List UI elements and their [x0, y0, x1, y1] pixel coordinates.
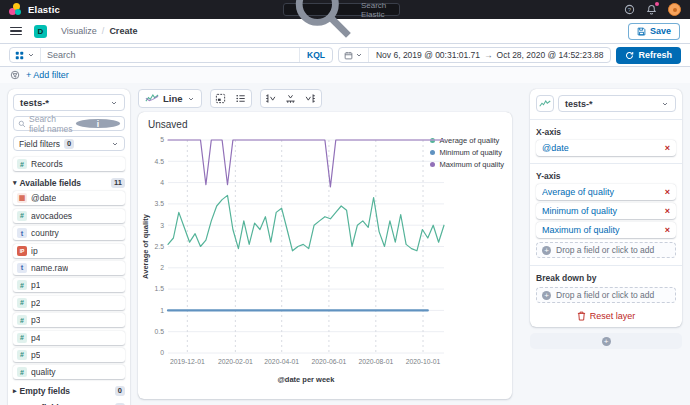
chevron-right-icon: ▸ [13, 387, 17, 395]
filters-icon[interactable] [10, 70, 20, 80]
svg-text:Average of quality: Average of quality [141, 213, 150, 279]
plus-circle-icon: + [542, 291, 551, 300]
field-item-ip[interactable]: IPip [13, 244, 125, 258]
save-icon [637, 27, 646, 36]
number-field-icon: # [17, 280, 27, 290]
remove-dimension-icon[interactable]: × [665, 226, 670, 235]
field-item-avocadoes[interactable]: #avocadoes [13, 209, 125, 223]
menu-hamburger-icon[interactable] [10, 27, 22, 35]
chart-type-button[interactable]: Line [138, 89, 202, 108]
field-name: name.raw [31, 263, 68, 273]
empty-fields-count-badge: 0 [115, 386, 125, 396]
field-item-p4[interactable]: #p4 [13, 331, 125, 345]
plus-circle-icon: + [602, 337, 611, 346]
quick-select-button[interactable] [339, 48, 369, 62]
field-search-input[interactable]: Search field names i [13, 116, 125, 131]
available-fields-count-badge: 11 [111, 178, 125, 188]
remove-dimension-icon[interactable]: × [665, 188, 670, 197]
string-field-icon: t [17, 228, 27, 238]
y-dimension-chip[interactable]: Average of quality× [536, 184, 676, 200]
notifications-bell-icon[interactable] [646, 4, 657, 15]
bottom-axis-icon[interactable] [281, 90, 301, 107]
svg-text:3: 3 [160, 222, 164, 229]
data-view-picker[interactable] [10, 48, 41, 62]
user-avatar[interactable] [668, 3, 681, 16]
field-item-quality[interactable]: #quality [13, 365, 125, 379]
field-name: quality [31, 367, 56, 377]
save-button[interactable]: Save [628, 23, 680, 40]
kql-toggle[interactable]: KQL [299, 48, 332, 62]
legend-position-icon[interactable] [211, 90, 231, 107]
add-layer-button[interactable]: + [530, 333, 682, 349]
trash-icon [577, 311, 586, 321]
calendar-icon [344, 51, 353, 60]
breadcrumb-visualize[interactable]: Visualize [61, 26, 97, 36]
query-placeholder: Search [41, 50, 299, 60]
date-range-start[interactable]: Nov 6, 2019 @ 00:31:01.71 [376, 50, 480, 60]
field-item-p2[interactable]: #p2 [13, 296, 125, 310]
y-dimension-chip[interactable]: Minimum of quality× [536, 203, 676, 219]
query-input[interactable]: Search KQL [9, 47, 333, 63]
field-name: p5 [31, 350, 40, 360]
date-range-end[interactable]: Oct 28, 2020 @ 14:52:23.88 [497, 50, 604, 60]
field-filters-button[interactable]: Field filters 0 [13, 136, 125, 151]
left-axis-icon[interactable] [261, 90, 281, 107]
field-item-@date[interactable]: ▦@date [13, 191, 125, 205]
field-name: p3 [31, 315, 40, 325]
field-item-p5[interactable]: #p5 [13, 348, 125, 362]
elastic-logo-icon[interactable] [9, 3, 22, 16]
svg-text:@date per week: @date per week [278, 375, 336, 384]
svg-text:2020-10-01: 2020-10-01 [406, 358, 441, 365]
svg-text:4: 4 [160, 179, 164, 186]
field-item-p3[interactable]: #p3 [13, 313, 125, 327]
date-range[interactable]: Nov 6, 2019 @ 00:31:01.71 → Oct 28, 2020… [369, 50, 611, 60]
global-search-input[interactable]: Search Elastic [283, 3, 400, 16]
field-item-records[interactable]: # Records [13, 157, 125, 171]
field-item-p1[interactable]: #p1 [13, 278, 125, 292]
clear-search-icon[interactable]: i [76, 119, 120, 128]
field-item-name.raw[interactable]: tname.raw [13, 261, 125, 275]
available-fields-section[interactable]: ▾ Available fields 11 [13, 178, 125, 188]
y-dimension-chip[interactable]: Maximum of quality× [536, 222, 676, 238]
legend-settings-group [210, 89, 252, 108]
right-axis-icon[interactable] [301, 90, 321, 107]
field-filters-count-badge: 0 [64, 139, 74, 149]
number-field-icon: # [17, 350, 27, 360]
reset-layer-button[interactable]: Reset layer [536, 311, 676, 321]
axis-settings-group [260, 89, 322, 108]
index-pattern-select[interactable]: tests-* [13, 94, 125, 111]
space-badge[interactable]: D [34, 25, 47, 38]
lens-line-chart[interactable]: 00.511.522.533.544.552019-12-012020-02-0… [140, 134, 486, 396]
refresh-button[interactable]: Refresh [616, 47, 681, 64]
layer-chart-type-icon[interactable] [536, 95, 554, 112]
remove-dimension-icon[interactable]: × [665, 207, 670, 216]
field-item-country[interactable]: tcountry [13, 226, 125, 240]
breadcrumb: Visualize / Create [61, 26, 137, 36]
add-filter-button[interactable]: + Add filter [26, 70, 69, 80]
brand-title: Elastic [28, 4, 60, 15]
refresh-icon [625, 51, 634, 60]
filter-bar: + Add filter [0, 67, 690, 83]
string-field-icon: t [17, 263, 27, 273]
breakdown-label: Break down by [536, 273, 676, 283]
svg-text:2019-12-01: 2019-12-01 [170, 358, 205, 365]
data-view-icon [15, 51, 24, 60]
chevron-down-icon [661, 100, 669, 108]
chevron-down-icon [110, 99, 118, 107]
chevron-down-icon: ▾ [13, 179, 17, 187]
x-dimension-chip[interactable]: @date × [536, 140, 676, 156]
help-icon[interactable]: ? [624, 4, 635, 15]
dimension-label: Average of quality [542, 187, 665, 197]
breakdown-drop-zone[interactable]: + Drop a field or click to add [536, 287, 676, 303]
date-picker: Nov 6, 2019 @ 00:31:01.71 → Oct 28, 2020… [338, 47, 612, 63]
layer-config-panel: tests-* X-axis @date × Y-axis Average of… [530, 89, 682, 327]
empty-fields-section[interactable]: ▸ Empty fields 0 [13, 386, 125, 396]
y-axis-drop-zone[interactable]: + Drop a field or click to add [536, 242, 676, 258]
chart-title: Unsaved [148, 119, 187, 130]
legend-values-icon[interactable] [231, 90, 251, 107]
remove-dimension-icon[interactable]: × [665, 144, 670, 153]
search-icon [18, 120, 26, 128]
layer-index-pattern-select[interactable]: tests-* [558, 95, 676, 112]
dimension-label: Minimum of quality [542, 206, 665, 216]
breadcrumb-create: Create [109, 26, 137, 36]
